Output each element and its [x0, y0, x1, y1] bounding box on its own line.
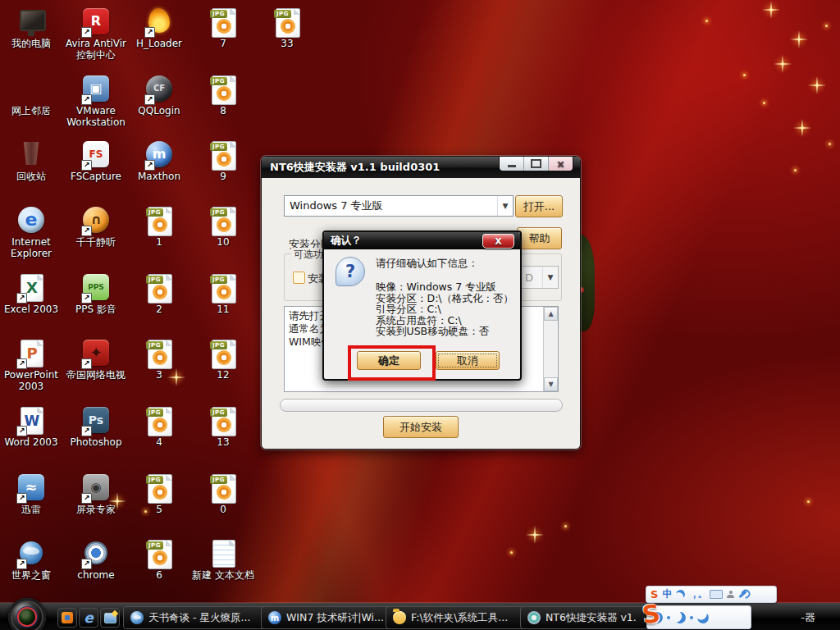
installer-title: NT6快捷安装器 v1.1 build0301 [270, 160, 440, 175]
desktop-icon-jpg-8[interactable]: JPG8 [192, 74, 254, 117]
desktop-icon-chrome[interactable]: ↗chrome [65, 538, 127, 582]
desktop-icon-maxthon[interactable]: m↗Maxthon [128, 139, 190, 183]
desktop-icon-label: Photoshop [65, 437, 127, 449]
desktop-icon-my-computer[interactable]: 我的电脑 [0, 7, 62, 50]
open-button[interactable]: 打开... [515, 195, 563, 217]
desktop-icon-jpg-33[interactable]: JPG33 [256, 7, 318, 50]
desktop-icon-label: 13 [192, 437, 254, 449]
desktop-icon-qqlogin[interactable]: CF↗QQLogin [128, 74, 190, 117]
settings-wrench-icon[interactable] [739, 591, 747, 598]
desktop-icon-world-window[interactable]: ↗世界之窗 [0, 538, 62, 582]
scroll-down-button[interactable]: ▼ [544, 377, 558, 391]
punctuation-icon[interactable]: ，。 [689, 587, 705, 601]
jpg-12-icon: JPG [208, 338, 238, 368]
desktop-icon-ttplayer[interactable]: ∩↗千千静听 [65, 205, 127, 249]
sogou-logo-large-icon: S [641, 599, 662, 630]
confirm-detail-line: 安装到USB移动硬盘：否 [376, 326, 514, 337]
desktop-icon-label: 3 [128, 370, 190, 381]
taskbar-button-maxthon[interactable]: mWIN7 技术研讨|Wi... [261, 606, 395, 629]
quick-launch-media-icon[interactable] [57, 608, 77, 628]
installer-titlebar[interactable]: NT6快捷安装器 v1.1 build0301 × [262, 157, 580, 178]
desktop-icon-jpg-13[interactable]: JPG13 [192, 405, 254, 449]
desktop-icon-vmware-workstation[interactable]: ▣↗VMware Workstation [65, 74, 127, 129]
desktop-icon-thunder[interactable]: ≈↗迅雷 [0, 472, 62, 516]
drive-combobox[interactable]: D ▼ [519, 266, 559, 289]
start-install-button[interactable]: 开始安装 [383, 416, 459, 438]
desktop-icon-label: 11 [192, 304, 254, 316]
shortcut-arrow-icon: ↗ [144, 94, 155, 105]
chinese-mode-icon[interactable]: 中 [662, 587, 672, 601]
desktop-icon-jpg-2[interactable]: JPG2 [128, 272, 190, 316]
desktop-icon-jpg-9[interactable]: JPG9 [192, 139, 254, 183]
taskbar-button-disc[interactable]: NT6快捷安装器 v1. [520, 606, 650, 629]
desktop-icon-label: 10 [192, 237, 254, 249]
desktop-icon-jpg-11[interactable]: JPG11 [192, 272, 254, 316]
soft-keyboard-icon[interactable] [710, 590, 723, 599]
vmware-workstation-icon: ▣↗ [81, 74, 111, 103]
desktop-icon-pps[interactable]: PPS↗PPS 影音 [65, 272, 127, 316]
close-icon: × [556, 158, 564, 170]
jpg-1-icon: JPG [144, 205, 174, 235]
desktop-icon-jpg-10[interactable]: JPG10 [192, 205, 254, 249]
quick-launch-ie-icon[interactable]: e [79, 608, 98, 628]
desktop-icon-jpg-5[interactable]: JPG5 [128, 472, 190, 516]
taskbar-button-folder[interactable]: F:\软件夹\系统工具... [386, 606, 530, 629]
log-scrollbar[interactable]: ▲ ▼ [543, 307, 558, 391]
scroll-up-button[interactable]: ▲ [544, 307, 558, 321]
maximize-button[interactable] [524, 157, 549, 171]
desktop-icon-avira-antivir[interactable]: R↗Avira AntiVir 控制中心 [65, 7, 127, 62]
desktop-icon-h-loader[interactable]: ↗H_Loader [128, 7, 190, 50]
desktop-icon-jpg-7[interactable]: JPG7 [192, 7, 254, 50]
desktop-icon-screen-recorder[interactable]: ◉↗屏录专家 [65, 472, 127, 516]
desktop-icon-label: 7 [192, 39, 254, 50]
desktop-icon-excel-2003[interactable]: X↗Excel 2003 [0, 272, 62, 316]
chevron-down-icon[interactable]: ▼ [497, 196, 513, 216]
desktop-icon-jpg-0[interactable]: JPG0 [192, 472, 254, 516]
close-button[interactable]: × [549, 157, 573, 171]
minimize-button[interactable] [500, 157, 524, 171]
desktop-icon-label: 6 [128, 570, 190, 582]
desktop-icon-label: Excel 2003 [0, 304, 62, 316]
cancel-button[interactable]: 取消 [436, 351, 500, 370]
start-button[interactable] [8, 598, 46, 630]
help-button[interactable]: 帮助 [517, 227, 562, 249]
desktop-icon-fscapture[interactable]: FS↗FSCapture [65, 139, 127, 183]
desktop-icon-powerpoint-2003[interactable]: P↗PowerPoint 2003 [0, 338, 62, 393]
install-checkbox[interactable] [293, 272, 305, 284]
account-icon[interactable] [727, 591, 734, 598]
dialog-close-button[interactable]: X [482, 234, 514, 249]
confirm-titlebar[interactable]: 确认？ X [324, 232, 520, 249]
image-combobox[interactable]: Windows 7 专业版 ▼ [284, 195, 514, 217]
quick-launch-show-desktop-icon[interactable] [100, 608, 120, 628]
shortcut-arrow-icon: ↗ [81, 226, 92, 236]
jpg-8-icon: JPG [208, 74, 238, 103]
desktop-icon-photoshop[interactable]: Ps↗Photoshop [65, 405, 127, 449]
taskbar-button-globe[interactable]: 天书奇谈 - 星火燎原... [123, 606, 269, 629]
desktop-icon-jpg-3[interactable]: JPG3 [128, 338, 190, 381]
desktop-icon-label: Avira AntiVir 控制中心 [65, 39, 127, 62]
confirm-detail-line: 安装分区：D:\（格式化：否） [376, 293, 514, 304]
jpg-6-icon: JPG [144, 538, 174, 568]
desktop-icon-empire-tv[interactable]: ✦↗帝国网络电视 [65, 338, 127, 381]
drive-combobox-value: D [525, 272, 533, 284]
maximize-icon [531, 159, 541, 168]
desktop-icon-jpg-12[interactable]: JPG12 [192, 338, 254, 381]
desktop-icon-jpg-1[interactable]: JPG1 [128, 205, 190, 249]
start-install-label: 开始安装 [399, 420, 442, 435]
desktop-icon-internet-explorer[interactable]: eInternet Explorer [0, 205, 62, 260]
ime-toolbar[interactable]: S 中 ，。 [646, 586, 777, 603]
shortcut-arrow-icon: ↗ [144, 27, 155, 38]
taskbar-button-label: NT6快捷安装器 v1. [546, 611, 637, 625]
desktop-icon-new-text-doc[interactable]: 新建 文本文档 [192, 538, 254, 582]
desktop-icon-word-2003[interactable]: W↗Word 2003 [0, 405, 62, 449]
jpg-11-icon: JPG [208, 272, 238, 302]
fullwidth-moon-icon[interactable] [675, 588, 687, 600]
taskbar-button-label: 天书奇谈 - 星火燎原... [148, 611, 250, 625]
desktop-icon-recycle-bin[interactable]: 回收站 [0, 139, 62, 183]
desktop-icon-jpg-4[interactable]: JPG4 [128, 405, 190, 449]
network-places-icon [16, 74, 46, 103]
desktop-icon-jpg-6[interactable]: JPG6 [128, 538, 190, 582]
desktop-icon-network-places[interactable]: 网上邻居 [0, 74, 62, 117]
annotation-highlight-box [348, 345, 436, 381]
confirm-message-title: 请仔细确认如下信息： [376, 257, 478, 271]
